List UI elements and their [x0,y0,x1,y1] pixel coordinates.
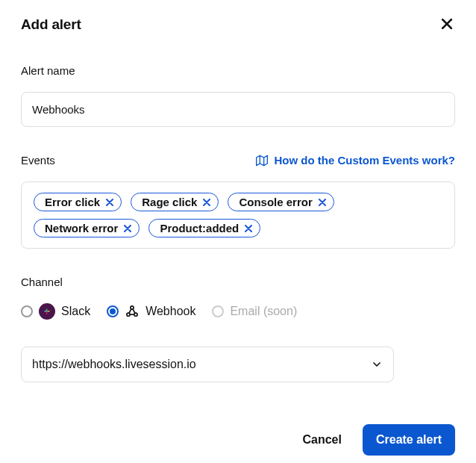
dialog-title: Add alert [21,16,81,33]
event-tag: Rage click [131,193,219,211]
events-help-text: How do the Custom Events work? [274,154,455,167]
close-icon [124,225,131,232]
event-tag-remove[interactable] [124,223,131,234]
svg-rect-6 [46,311,48,314]
close-icon [319,199,326,206]
close-icon [203,199,210,206]
event-tag: Error click [34,193,122,211]
radio-email [212,305,224,317]
close-button[interactable] [439,15,455,34]
events-help-link[interactable]: How do the Custom Events work? [256,154,455,167]
channel-option-email: Email (soon) [212,305,297,318]
channel-option-slack[interactable]: Slack [21,303,90,320]
event-tag-label: Product:added [160,222,239,234]
svg-marker-0 [257,155,268,165]
channel-label: Channel [21,276,455,288]
event-tag: Network error [34,219,140,237]
email-label: Email (soon) [230,305,297,318]
event-tag-label: Console error [239,196,312,208]
event-tag-label: Error click [45,196,100,208]
cancel-button[interactable]: Cancel [299,427,344,453]
webhook-icon [125,304,140,319]
map-icon [256,155,268,167]
alert-name-label: Alert name [21,64,455,77]
slack-icon [39,303,55,320]
create-alert-button[interactable]: Create alert [363,424,455,456]
svg-rect-4 [47,311,50,312]
webhook-label: Webhook [145,305,195,318]
close-icon [442,19,452,29]
webhook-url-value: https://webhooks.livesession.io [32,358,196,371]
radio-slack[interactable] [21,305,33,317]
channel-option-webhook[interactable]: Webhook [107,304,195,319]
event-tag-remove[interactable] [106,197,113,208]
radio-webhook[interactable] [107,305,119,317]
event-tag: Product:added [148,219,260,237]
webhook-url-select[interactable]: https://webhooks.livesession.io [21,347,394,382]
event-tag-label: Rage click [142,196,197,208]
events-label: Events [21,154,55,167]
event-tag-label: Network error [45,222,118,234]
close-icon [106,199,113,206]
slack-label: Slack [61,305,90,318]
event-tag: Console error [228,193,333,211]
event-tag-remove[interactable] [319,197,326,208]
chevron-down-icon [371,358,383,370]
svg-rect-5 [46,308,48,311]
events-tags-box[interactable]: Error clickRage clickConsole errorNetwor… [21,181,455,249]
alert-name-input[interactable] [21,92,455,127]
event-tag-remove[interactable] [203,197,210,208]
event-tag-remove[interactable] [245,223,252,234]
close-icon [245,225,252,232]
